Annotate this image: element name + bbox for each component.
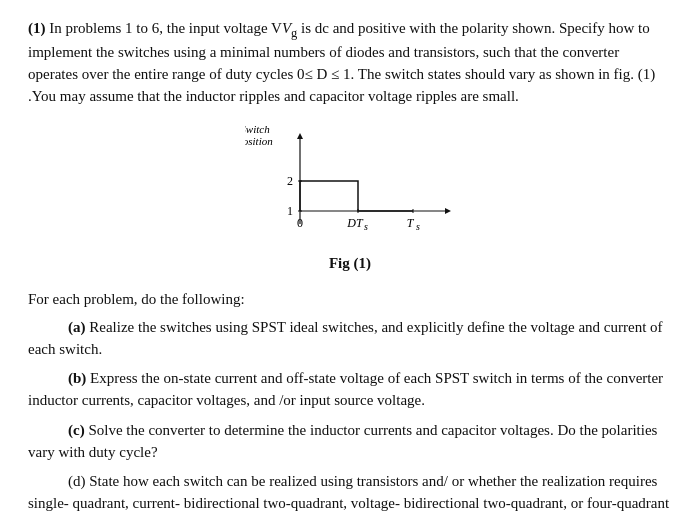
for-each-text: For each problem, do the following:	[28, 289, 672, 311]
part-c-label: (c)	[68, 422, 85, 438]
part-b: (b) Express the on-state current and off…	[28, 368, 672, 412]
svg-text:position: position	[245, 135, 273, 147]
part-a-text: Realize the switches using SPST ideal sw…	[28, 319, 663, 357]
problem-intro: (1) In problems 1 to 6, the input voltag…	[28, 18, 672, 107]
figure-container: Switch position 1 2 0 DT s	[28, 119, 672, 283]
svg-marker-5	[297, 133, 303, 139]
part-a-label: (a)	[68, 319, 86, 335]
part-a: (a) Realize the switches using SPST idea…	[28, 317, 672, 361]
svg-text:Switch: Switch	[245, 123, 270, 135]
figure-caption: Fig (1)	[329, 253, 371, 275]
figure-svg: Switch position 1 2 0 DT s	[245, 119, 455, 249]
switch-position-figure: Switch position 1 2 0 DT s	[245, 119, 455, 249]
svg-text:T: T	[407, 216, 415, 230]
svg-text:DT: DT	[346, 216, 364, 230]
svg-text:s: s	[364, 221, 368, 232]
svg-text:2: 2	[287, 174, 293, 188]
part-c: (c) Solve the converter to determine the…	[28, 420, 672, 464]
problem-number: (1)	[28, 20, 46, 36]
svg-text:1: 1	[287, 204, 293, 218]
vg-variable: V	[282, 20, 291, 36]
part-c-text: Solve the converter to determine the ind…	[28, 422, 657, 460]
part-d-text: State how each switch can be realized us…	[28, 473, 669, 512]
svg-text:s: s	[416, 221, 420, 232]
intro-text1: In problems 1 to 6, the input voltage V	[49, 20, 282, 36]
page-content: (1) In problems 1 to 6, the input voltag…	[28, 18, 672, 512]
part-d: (d) State how each switch can be realize…	[28, 471, 672, 512]
part-b-label: (b)	[68, 370, 86, 386]
part-d-label: (d)	[68, 473, 86, 489]
part-b-text: Express the on-state current and off-sta…	[28, 370, 663, 408]
svg-text:0: 0	[297, 216, 303, 230]
svg-marker-4	[445, 208, 451, 214]
